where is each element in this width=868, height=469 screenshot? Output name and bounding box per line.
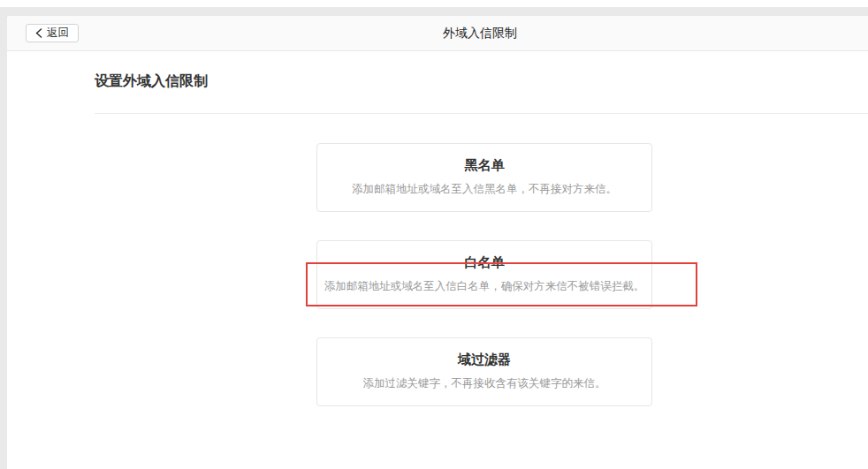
back-button-label: 返回 [47,26,69,41]
card-domain-filter-description: 添加过滤关键字，不再接收含有该关键字的来信。 [317,376,651,391]
back-button[interactable]: 返回 [26,24,79,42]
card-domain-filter-title: 域过滤器 [317,352,651,368]
topbar: 返回 外域入信限制 [7,16,868,51]
card-whitelist-description: 添加邮箱地址或域名至入信白名单，确保对方来信不被错误拦截。 [317,279,651,294]
screenshot-viewport: 返回 外域入信限制 设置外域入信限制 黑名单 添加邮箱地址或域名至入信黑名单，不… [0,0,868,469]
card-domain-filter[interactable]: 域过滤器 添加过滤关键字，不再接收含有该关键字的来信。 [316,337,652,406]
main-panel: 返回 外域入信限制 设置外域入信限制 黑名单 添加邮箱地址或域名至入信黑名单，不… [7,16,868,469]
card-whitelist-title: 白名单 [317,254,651,271]
back-chevron-icon [35,28,42,38]
card-blacklist-title: 黑名单 [317,157,651,174]
page-title: 外域入信限制 [443,16,517,50]
section-divider [95,113,868,114]
card-blacklist-description: 添加邮箱地址或域名至入信黑名单，不再接对方来信。 [317,182,651,197]
section-heading: 设置外域入信限制 [95,72,208,91]
card-blacklist[interactable]: 黑名单 添加邮箱地址或域名至入信黑名单，不再接对方来信。 [316,143,652,212]
card-whitelist[interactable]: 白名单 添加邮箱地址或域名至入信白名单，确保对方来信不被错误拦截。 [316,240,652,309]
